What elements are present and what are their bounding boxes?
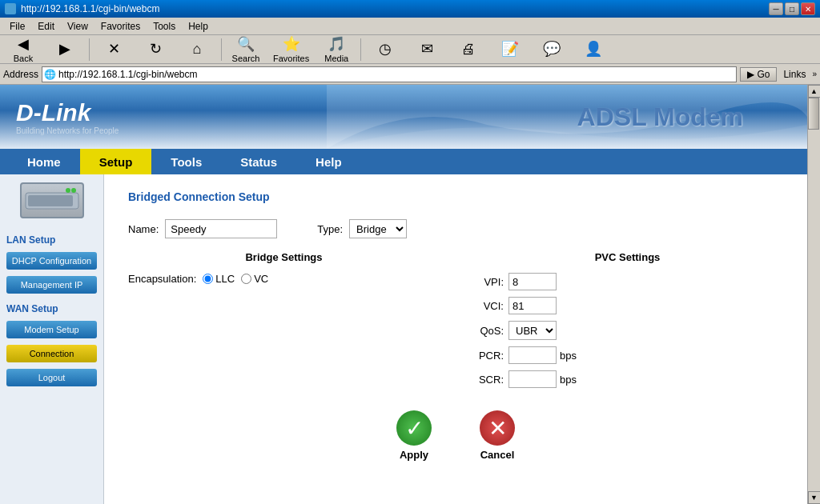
browser-icon: [5, 3, 16, 14]
logout-button[interactable]: Logout: [6, 369, 97, 386]
close-button[interactable]: ✕: [801, 2, 815, 15]
title-bar-left: http://192.168.1.1/cgi-bin/webcm: [5, 3, 159, 14]
search-icon: 🔍: [237, 35, 255, 53]
links-button[interactable]: Links: [780, 69, 809, 80]
encap-radio-group: LLC VC: [203, 273, 268, 285]
qos-select[interactable]: UBR CBR VBR: [508, 321, 557, 340]
stop-button[interactable]: ✕: [94, 38, 134, 61]
scrollbar: ▲ ▼: [807, 85, 820, 504]
dlink-logo-sub: Building Networks for People: [16, 126, 119, 135]
pvc-settings-title: PVC Settings: [472, 251, 783, 263]
edit-button[interactable]: 📝: [490, 38, 530, 61]
scroll-down-button[interactable]: ▼: [808, 491, 821, 504]
nav-status[interactable]: Status: [221, 149, 296, 174]
back-button[interactable]: ◀ Back: [3, 33, 43, 66]
menu-bar: File Edit View Favorites Tools Help: [0, 18, 820, 35]
nav-home[interactable]: Home: [8, 149, 80, 174]
minimize-button[interactable]: ─: [769, 2, 783, 15]
menu-file[interactable]: File: [3, 19, 31, 34]
pvc-settings-column: PVC Settings VPI: VCI: QoS:: [472, 251, 783, 394]
connection-button[interactable]: Connection: [6, 345, 97, 362]
vc-option[interactable]: VC: [241, 273, 268, 285]
sidebar-device: [6, 182, 97, 218]
maximize-button[interactable]: □: [785, 2, 799, 15]
forward-button[interactable]: ▶: [45, 38, 85, 61]
nav-help[interactable]: Help: [296, 149, 361, 174]
dhcp-config-button[interactable]: DHCP Configuration: [6, 252, 97, 270]
scr-label: SCR:: [472, 374, 504, 386]
qos-label: QoS:: [472, 325, 504, 337]
pcr-input[interactable]: [508, 346, 557, 364]
refresh-button[interactable]: ↻: [135, 38, 175, 61]
title-bar-buttons: ─ □ ✕: [769, 2, 815, 15]
print-button[interactable]: 🖨: [448, 38, 488, 61]
media-button[interactable]: 🎵 Media: [316, 33, 356, 66]
back-icon: ◀: [18, 35, 29, 53]
menu-help[interactable]: Help: [182, 19, 215, 34]
address-input[interactable]: [58, 69, 734, 80]
refresh-icon: ↻: [150, 40, 162, 58]
settings-columns: Bridge Settings Encapsulation: LLC: [128, 251, 783, 394]
scroll-up-button[interactable]: ▲: [808, 85, 821, 98]
menu-view[interactable]: View: [61, 19, 94, 34]
page-area: D-Link Building Networks for People ADSL…: [0, 85, 807, 504]
media-icon: 🎵: [328, 35, 345, 53]
mail-button[interactable]: ✉: [407, 38, 447, 61]
name-input[interactable]: [165, 219, 277, 238]
management-ip-button[interactable]: Management IP: [6, 276, 97, 294]
history-button[interactable]: ◷: [365, 38, 405, 61]
address-input-wrap: 🌐: [42, 66, 737, 82]
vci-label: VCI:: [472, 300, 504, 312]
edit-icon: 📝: [501, 40, 519, 58]
vci-input[interactable]: [508, 297, 557, 314]
modem-setup-button[interactable]: Modem Setup: [6, 321, 97, 338]
type-select[interactable]: Bridge PPPoE PPPoA IPoA: [349, 219, 407, 238]
toolbar: ◀ Back ▶ ✕ ↻ ⌂ 🔍 Search ⭐ Favorites 🎵 Me…: [0, 35, 820, 64]
lan-setup-title: LAN Setup: [6, 234, 97, 246]
search-button[interactable]: 🔍 Search: [226, 33, 266, 66]
llc-radio[interactable]: [203, 274, 213, 284]
print-icon: 🖨: [461, 41, 476, 58]
home-button[interactable]: ⌂: [177, 38, 217, 61]
stop-icon: ✕: [108, 40, 120, 58]
discuss-icon: 💬: [543, 40, 561, 58]
dlink-main: Bridged Connection Setup Name: Type: Bri…: [104, 174, 807, 504]
vci-row: VCI:: [472, 297, 783, 314]
title-bar-text: http://192.168.1.1/cgi-bin/webcm: [21, 3, 159, 14]
scroll-thumb[interactable]: [808, 98, 819, 130]
nav-tools[interactable]: Tools: [151, 149, 221, 174]
llc-label: LLC: [215, 273, 235, 285]
apply-button-wrap[interactable]: ✓ Apply: [396, 410, 432, 461]
go-button[interactable]: ▶ Go: [740, 67, 777, 82]
go-arrow-icon: ▶: [747, 69, 754, 80]
svg-point-3: [71, 188, 76, 193]
vc-radio[interactable]: [241, 274, 251, 284]
discuss-button[interactable]: 💬: [532, 38, 572, 61]
apply-icon[interactable]: ✓: [396, 410, 432, 446]
vpi-label: VPI:: [472, 276, 504, 288]
favorites-button[interactable]: ⭐ Favorites: [267, 33, 315, 66]
cancel-button-wrap[interactable]: ✕ Cancel: [480, 410, 515, 461]
name-label: Name:: [128, 223, 159, 235]
vpi-input[interactable]: [508, 273, 557, 290]
address-label: Address: [3, 69, 38, 80]
messenger-button[interactable]: 👤: [573, 38, 613, 61]
menu-edit[interactable]: Edit: [31, 19, 61, 34]
home-icon: ⌂: [193, 41, 202, 58]
mail-icon: ✉: [421, 40, 433, 58]
dlink-title: ADSL Modem: [577, 102, 743, 132]
links-chevron-icon: »: [812, 70, 817, 78]
toolbar-sep2: [221, 38, 222, 61]
page-icon: 🌐: [44, 69, 56, 80]
nav-setup[interactable]: Setup: [80, 149, 152, 174]
bridge-settings-title: Bridge Settings: [128, 251, 440, 263]
scr-input[interactable]: [508, 370, 557, 388]
messenger-icon: 👤: [585, 40, 602, 58]
wan-setup-title: WAN Setup: [6, 303, 97, 314]
menu-favorites[interactable]: Favorites: [94, 19, 147, 34]
apply-label: Apply: [400, 449, 428, 461]
llc-option[interactable]: LLC: [203, 273, 235, 285]
cancel-icon[interactable]: ✕: [480, 410, 515, 446]
scroll-track[interactable]: [808, 98, 820, 491]
menu-tools[interactable]: Tools: [147, 19, 182, 34]
